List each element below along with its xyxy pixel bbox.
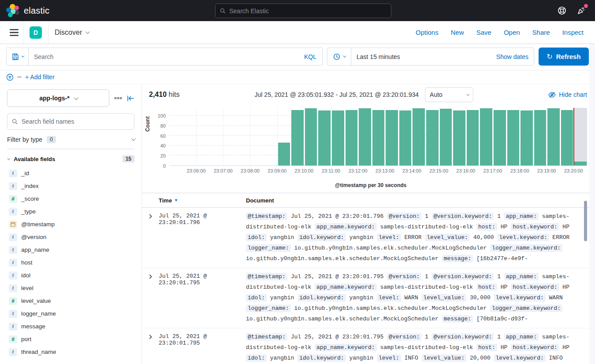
histogram-bar[interactable]: [480, 108, 492, 165]
x-tick: 23:17:00: [483, 168, 502, 173]
newsfeed-icon[interactable]: [576, 6, 586, 15]
histogram-bar[interactable]: [494, 110, 506, 165]
menu-link-share[interactable]: Share: [532, 29, 550, 36]
histogram-interval-select[interactable]: Auto: [425, 87, 473, 102]
field-item-host[interactable]: thost: [7, 256, 134, 269]
table-scrollbar[interactable]: [584, 201, 587, 241]
histogram-bar[interactable]: [332, 110, 344, 165]
field-item-logger_name[interactable]: tlogger_name: [7, 307, 134, 320]
field-item-idol[interactable]: tidol: [7, 269, 134, 282]
doc-field-name: level_value:: [422, 294, 467, 301]
time-range-value[interactable]: Last 15 minutes: [351, 48, 491, 65]
collapse-sidebar-icon[interactable]: [127, 95, 134, 102]
field-item-message[interactable]: tmessage: [7, 320, 134, 333]
histogram-bar[interactable]: [426, 110, 439, 165]
kql-toggle-button[interactable]: KQL: [298, 48, 322, 65]
expand-row-button[interactable]: [142, 272, 159, 324]
field-settings-icon[interactable]: [113, 96, 123, 101]
elastic-brand[interactable]: elastic: [6, 4, 49, 17]
histogram-bar[interactable]: [413, 108, 425, 165]
menu-icon[interactable]: [5, 24, 23, 41]
histogram-bar[interactable]: [534, 110, 547, 165]
histogram-bar[interactable]: [453, 110, 465, 165]
help-icon[interactable]: [557, 6, 567, 15]
global-search-input[interactable]: [229, 7, 387, 15]
text-field-icon: t: [9, 259, 17, 267]
histogram-bar[interactable]: [372, 110, 385, 165]
table-row: Jul 25, 2021 @ 23:20:01.796@timestamp: J…: [142, 208, 595, 268]
available-fields-header[interactable]: Available fields 15: [7, 155, 134, 162]
filter-icon[interactable]: [6, 74, 14, 81]
histogram-bar[interactable]: [346, 110, 358, 165]
histogram-bar[interactable]: [278, 143, 290, 165]
histogram-bar[interactable]: [561, 110, 573, 165]
eye-slash-icon: [548, 91, 556, 99]
filter-by-type-toggle[interactable]: Filter by type 0: [7, 130, 134, 149]
histogram-plot[interactable]: [169, 108, 587, 166]
field-name: thread_name: [21, 349, 56, 355]
field-name: @timestamp: [21, 221, 55, 228]
table-row: Jul 25, 2021 @ 23:20:01.795@timestamp: J…: [142, 268, 595, 328]
discover-app-badge[interactable]: D: [30, 26, 42, 39]
histogram-bar[interactable]: [547, 108, 560, 165]
field-item-_type[interactable]: t_type: [7, 205, 134, 218]
menu-link-options[interactable]: Options: [416, 29, 439, 36]
histogram-bar[interactable]: [359, 108, 371, 165]
histogram-bar[interactable]: [440, 109, 452, 165]
refresh-button[interactable]: ↻ Refresh: [539, 48, 589, 66]
histogram-bar[interactable]: [305, 108, 317, 165]
saved-query-menu-button[interactable]: [7, 48, 29, 65]
field-item-level_value[interactable]: #level_value: [7, 294, 134, 307]
histogram-chart[interactable]: Count 020406080100 23:06:0023:07:0023:08…: [142, 105, 595, 188]
histogram-bar[interactable]: [507, 110, 520, 165]
field-item-_id[interactable]: t_id: [7, 167, 134, 180]
menu-link-inspect[interactable]: Inspect: [562, 29, 584, 36]
app-navbar: D Discover OptionsNewSaveOpenShareInspec…: [0, 21, 595, 44]
doc-field-name: host.keyword:: [511, 283, 559, 291]
histogram-bar[interactable]: [291, 110, 304, 165]
field-search-input[interactable]: [22, 118, 130, 125]
histogram-bar[interactable]: [521, 110, 533, 165]
field-item-@version[interactable]: t@version: [7, 231, 134, 243]
menu-link-new[interactable]: New: [451, 29, 464, 36]
x-tick: 23:10:00: [294, 168, 313, 173]
y-axis-ticks: 020406080100: [154, 108, 169, 166]
field-search[interactable]: [7, 113, 134, 130]
expand-row-button[interactable]: [142, 332, 159, 364]
field-item-_index[interactable]: t_index: [7, 180, 134, 192]
field-item-@timestamp[interactable]: @timestamp: [7, 218, 134, 231]
field-item-app_name[interactable]: tapp_name: [7, 243, 134, 256]
filter-divider: [17, 77, 22, 77]
field-item-port[interactable]: #port: [7, 333, 134, 346]
refresh-icon: ↻: [547, 52, 552, 61]
field-item-_score[interactable]: #_score: [7, 192, 134, 205]
show-dates-button[interactable]: Show dates: [491, 48, 534, 65]
top-menu-links: OptionsNewSaveOpenShareInspect: [416, 29, 590, 36]
hide-chart-button[interactable]: Hide chart: [548, 91, 587, 99]
histogram-bar[interactable]: [467, 110, 479, 165]
field-item-level[interactable]: tlevel: [7, 282, 134, 294]
row-time: Jul 25, 2021 @ 23:20:01.795: [159, 332, 246, 364]
breadcrumb[interactable]: Discover: [55, 29, 89, 37]
row-time: Jul 25, 2021 @ 23:20:01.795: [159, 272, 246, 324]
menu-link-open[interactable]: Open: [504, 29, 520, 36]
x-axis-ticks: 23:06:0023:07:0023:08:0023:09:0023:10:00…: [154, 168, 587, 176]
histogram-bar[interactable]: [318, 110, 331, 165]
histogram-bar[interactable]: [399, 110, 412, 165]
add-filter-button[interactable]: + Add filter: [25, 74, 55, 81]
x-tick: 23:19:00: [537, 168, 556, 173]
time-quick-select-button[interactable]: [327, 48, 351, 65]
global-search[interactable]: [215, 4, 391, 18]
time-column-header[interactable]: Time ▼: [142, 197, 246, 204]
doc-field-name: idol:: [246, 234, 267, 241]
menu-link-save[interactable]: Save: [476, 29, 491, 36]
histogram-bar[interactable]: [386, 110, 398, 165]
index-pattern-switcher[interactable]: app-logs-*: [7, 89, 109, 107]
field-item-thread_name[interactable]: tthread_name: [7, 346, 134, 358]
discover-main: 2,410 hits Jul 25, 2021 @ 23:05:01.932 -…: [142, 84, 595, 364]
x-tick: 23:18:00: [510, 168, 529, 173]
histogram-bar[interactable]: [574, 162, 587, 165]
query-input[interactable]: [34, 53, 293, 60]
y-tick: 100: [158, 113, 166, 118]
expand-row-button[interactable]: [142, 211, 159, 264]
